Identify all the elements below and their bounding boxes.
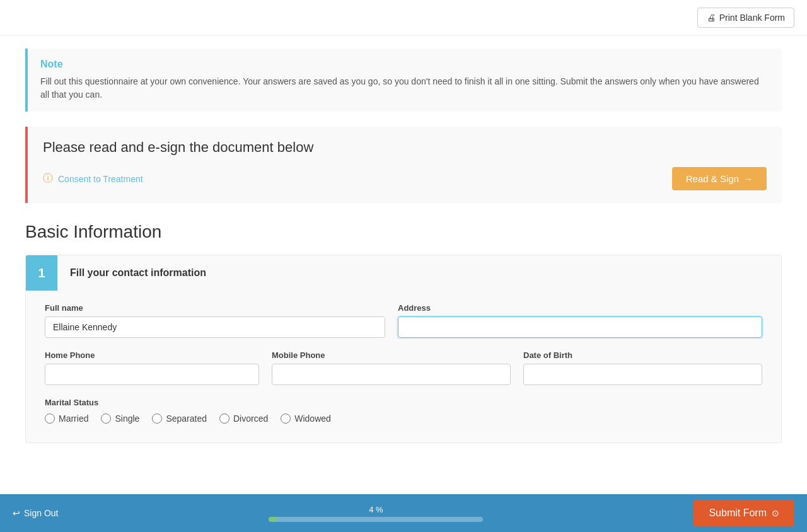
full-name-label: Full name <box>45 303 385 313</box>
full-name-group: Full name <box>45 303 385 338</box>
question-card-1: 1 Fill your contact information Full nam… <box>25 255 782 443</box>
note-text: Fill out this questionnaire at your own … <box>40 75 769 101</box>
print-blank-form-button[interactable]: 🖨 Print Blank Form <box>697 8 794 28</box>
radio-married-input[interactable] <box>45 413 55 424</box>
radio-married[interactable]: Married <box>45 413 88 424</box>
print-blank-form-label: Print Blank Form <box>719 13 785 23</box>
dob-group: Date of Birth <box>523 350 762 385</box>
radio-married-label: Married <box>59 413 88 424</box>
address-label: Address <box>398 303 762 313</box>
radio-separated-input[interactable] <box>152 413 162 424</box>
marital-status-radio-group: Married Single Separated Divorced <box>45 413 762 424</box>
top-bar: 🖨 Print Blank Form <box>0 0 807 36</box>
consent-link-row: ⓘ Consent to Treatment <box>43 172 143 185</box>
home-phone-group: Home Phone <box>45 350 259 385</box>
sign-section: Please read and e-sign the document belo… <box>25 127 782 203</box>
question-header: 1 Fill your contact information <box>26 255 781 291</box>
read-sign-label: Read & Sign <box>686 173 739 184</box>
radio-divorced[interactable]: Divorced <box>219 413 268 424</box>
dob-label: Date of Birth <box>523 350 762 360</box>
printer-icon: 🖨 <box>707 13 716 23</box>
full-name-input[interactable] <box>45 316 385 338</box>
sign-row: ⓘ Consent to Treatment Read & Sign → <box>43 167 767 190</box>
marital-status-label: Marital Status <box>45 398 762 407</box>
dob-input[interactable] <box>523 364 762 385</box>
home-phone-input[interactable] <box>45 364 259 385</box>
radio-widowed-input[interactable] <box>281 413 291 424</box>
radio-single-label: Single <box>115 413 139 424</box>
radio-divorced-input[interactable] <box>219 413 229 424</box>
basic-info-title: Basic Information <box>25 222 782 242</box>
mobile-phone-group: Mobile Phone <box>272 350 511 385</box>
sign-section-title: Please read and e-sign the document belo… <box>43 139 767 156</box>
note-box: Note Fill out this questionnaire at your… <box>25 49 782 112</box>
radio-single[interactable]: Single <box>101 413 139 424</box>
address-group: Address <box>398 303 762 338</box>
marital-status-group: Marital Status Married Single Separated <box>45 398 762 424</box>
radio-separated-label: Separated <box>166 413 207 424</box>
consent-to-treatment-link[interactable]: Consent to Treatment <box>58 174 143 184</box>
question-number: 1 <box>26 255 57 291</box>
arrow-right-icon: → <box>744 174 753 184</box>
home-phone-label: Home Phone <box>45 350 259 360</box>
mobile-phone-label: Mobile Phone <box>272 350 511 360</box>
address-input[interactable] <box>398 316 762 338</box>
phone-dob-row: Home Phone Mobile Phone Date of Birth <box>45 350 762 385</box>
radio-divorced-label: Divorced <box>233 413 268 424</box>
info-icon: ⓘ <box>43 172 53 185</box>
radio-single-input[interactable] <box>101 413 111 424</box>
main-content: Note Fill out this questionnaire at your… <box>13 36 794 494</box>
mobile-phone-input[interactable] <box>272 364 511 385</box>
form-body: Full name Address Home Phone Mobile Phon… <box>26 291 781 442</box>
radio-widowed[interactable]: Widowed <box>281 413 331 424</box>
question-label: Fill your contact information <box>57 257 219 289</box>
radio-widowed-label: Widowed <box>294 413 331 424</box>
note-title: Note <box>40 59 769 70</box>
name-address-row: Full name Address <box>45 303 762 338</box>
read-sign-button[interactable]: Read & Sign → <box>672 167 767 190</box>
radio-separated[interactable]: Separated <box>152 413 207 424</box>
